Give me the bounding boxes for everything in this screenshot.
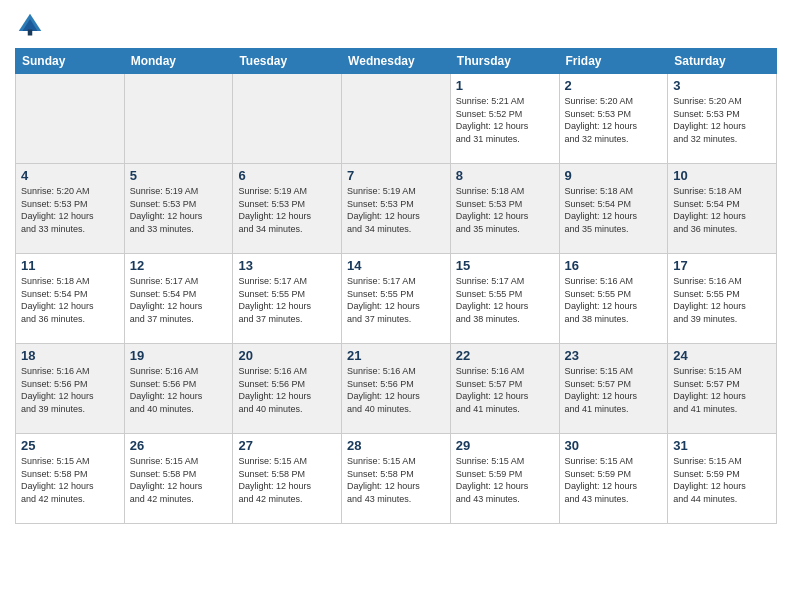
day-number: 8 [456,168,554,183]
day-info: Sunrise: 5:16 AMSunset: 5:56 PMDaylight:… [347,365,445,415]
day-cell: 10Sunrise: 5:18 AMSunset: 5:54 PMDayligh… [668,164,777,254]
day-header-thursday: Thursday [450,49,559,74]
day-number: 10 [673,168,771,183]
day-number: 31 [673,438,771,453]
day-number: 13 [238,258,336,273]
day-number: 3 [673,78,771,93]
day-cell: 17Sunrise: 5:16 AMSunset: 5:55 PMDayligh… [668,254,777,344]
week-row-1: 1Sunrise: 5:21 AMSunset: 5:52 PMDaylight… [16,74,777,164]
day-number: 2 [565,78,663,93]
day-cell: 16Sunrise: 5:16 AMSunset: 5:55 PMDayligh… [559,254,668,344]
day-cell: 25Sunrise: 5:15 AMSunset: 5:58 PMDayligh… [16,434,125,524]
day-cell: 4Sunrise: 5:20 AMSunset: 5:53 PMDaylight… [16,164,125,254]
day-cell: 2Sunrise: 5:20 AMSunset: 5:53 PMDaylight… [559,74,668,164]
day-info: Sunrise: 5:18 AMSunset: 5:54 PMDaylight:… [673,185,771,235]
day-cell [124,74,233,164]
day-number: 1 [456,78,554,93]
day-cell: 23Sunrise: 5:15 AMSunset: 5:57 PMDayligh… [559,344,668,434]
day-number: 19 [130,348,228,363]
day-info: Sunrise: 5:17 AMSunset: 5:54 PMDaylight:… [130,275,228,325]
day-cell: 22Sunrise: 5:16 AMSunset: 5:57 PMDayligh… [450,344,559,434]
day-cell: 31Sunrise: 5:15 AMSunset: 5:59 PMDayligh… [668,434,777,524]
day-info: Sunrise: 5:16 AMSunset: 5:56 PMDaylight:… [130,365,228,415]
day-info: Sunrise: 5:15 AMSunset: 5:58 PMDaylight:… [347,455,445,505]
day-info: Sunrise: 5:16 AMSunset: 5:55 PMDaylight:… [565,275,663,325]
day-info: Sunrise: 5:17 AMSunset: 5:55 PMDaylight:… [456,275,554,325]
day-info: Sunrise: 5:16 AMSunset: 5:56 PMDaylight:… [21,365,119,415]
day-info: Sunrise: 5:15 AMSunset: 5:57 PMDaylight:… [565,365,663,415]
day-number: 20 [238,348,336,363]
day-header-wednesday: Wednesday [342,49,451,74]
day-header-tuesday: Tuesday [233,49,342,74]
day-header-friday: Friday [559,49,668,74]
day-cell [16,74,125,164]
day-cell: 27Sunrise: 5:15 AMSunset: 5:58 PMDayligh… [233,434,342,524]
day-info: Sunrise: 5:20 AMSunset: 5:53 PMDaylight:… [673,95,771,145]
day-info: Sunrise: 5:18 AMSunset: 5:54 PMDaylight:… [21,275,119,325]
day-cell [233,74,342,164]
day-info: Sunrise: 5:15 AMSunset: 5:59 PMDaylight:… [565,455,663,505]
day-number: 6 [238,168,336,183]
day-cell: 19Sunrise: 5:16 AMSunset: 5:56 PMDayligh… [124,344,233,434]
day-number: 16 [565,258,663,273]
day-number: 4 [21,168,119,183]
day-number: 27 [238,438,336,453]
day-number: 9 [565,168,663,183]
day-info: Sunrise: 5:15 AMSunset: 5:59 PMDaylight:… [456,455,554,505]
day-info: Sunrise: 5:15 AMSunset: 5:58 PMDaylight:… [130,455,228,505]
day-number: 28 [347,438,445,453]
week-row-2: 4Sunrise: 5:20 AMSunset: 5:53 PMDaylight… [16,164,777,254]
day-number: 7 [347,168,445,183]
day-number: 23 [565,348,663,363]
day-info: Sunrise: 5:16 AMSunset: 5:55 PMDaylight:… [673,275,771,325]
day-cell: 15Sunrise: 5:17 AMSunset: 5:55 PMDayligh… [450,254,559,344]
day-info: Sunrise: 5:20 AMSunset: 5:53 PMDaylight:… [565,95,663,145]
day-cell: 12Sunrise: 5:17 AMSunset: 5:54 PMDayligh… [124,254,233,344]
day-info: Sunrise: 5:18 AMSunset: 5:54 PMDaylight:… [565,185,663,235]
day-cell [342,74,451,164]
day-header-sunday: Sunday [16,49,125,74]
day-number: 25 [21,438,119,453]
day-number: 12 [130,258,228,273]
day-info: Sunrise: 5:17 AMSunset: 5:55 PMDaylight:… [347,275,445,325]
day-info: Sunrise: 5:18 AMSunset: 5:53 PMDaylight:… [456,185,554,235]
day-info: Sunrise: 5:21 AMSunset: 5:52 PMDaylight:… [456,95,554,145]
day-cell: 21Sunrise: 5:16 AMSunset: 5:56 PMDayligh… [342,344,451,434]
day-cell: 7Sunrise: 5:19 AMSunset: 5:53 PMDaylight… [342,164,451,254]
week-row-5: 25Sunrise: 5:15 AMSunset: 5:58 PMDayligh… [16,434,777,524]
day-number: 11 [21,258,119,273]
day-cell: 18Sunrise: 5:16 AMSunset: 5:56 PMDayligh… [16,344,125,434]
day-number: 18 [21,348,119,363]
day-cell: 1Sunrise: 5:21 AMSunset: 5:52 PMDaylight… [450,74,559,164]
day-cell: 13Sunrise: 5:17 AMSunset: 5:55 PMDayligh… [233,254,342,344]
week-row-3: 11Sunrise: 5:18 AMSunset: 5:54 PMDayligh… [16,254,777,344]
day-number: 17 [673,258,771,273]
day-cell: 9Sunrise: 5:18 AMSunset: 5:54 PMDaylight… [559,164,668,254]
day-cell: 11Sunrise: 5:18 AMSunset: 5:54 PMDayligh… [16,254,125,344]
day-cell: 14Sunrise: 5:17 AMSunset: 5:55 PMDayligh… [342,254,451,344]
day-number: 24 [673,348,771,363]
page-container: SundayMondayTuesdayWednesdayThursdayFrid… [0,0,792,534]
day-cell: 8Sunrise: 5:18 AMSunset: 5:53 PMDaylight… [450,164,559,254]
header-row: SundayMondayTuesdayWednesdayThursdayFrid… [16,49,777,74]
day-number: 14 [347,258,445,273]
day-cell: 26Sunrise: 5:15 AMSunset: 5:58 PMDayligh… [124,434,233,524]
logo-icon [15,10,45,40]
day-number: 29 [456,438,554,453]
day-header-saturday: Saturday [668,49,777,74]
logo [15,10,49,40]
svg-rect-2 [28,30,33,36]
day-cell: 29Sunrise: 5:15 AMSunset: 5:59 PMDayligh… [450,434,559,524]
day-info: Sunrise: 5:15 AMSunset: 5:58 PMDaylight:… [238,455,336,505]
day-cell: 30Sunrise: 5:15 AMSunset: 5:59 PMDayligh… [559,434,668,524]
day-number: 15 [456,258,554,273]
day-info: Sunrise: 5:19 AMSunset: 5:53 PMDaylight:… [347,185,445,235]
day-info: Sunrise: 5:15 AMSunset: 5:59 PMDaylight:… [673,455,771,505]
day-cell: 20Sunrise: 5:16 AMSunset: 5:56 PMDayligh… [233,344,342,434]
day-cell: 5Sunrise: 5:19 AMSunset: 5:53 PMDaylight… [124,164,233,254]
day-info: Sunrise: 5:16 AMSunset: 5:57 PMDaylight:… [456,365,554,415]
day-info: Sunrise: 5:16 AMSunset: 5:56 PMDaylight:… [238,365,336,415]
page-header [15,10,777,40]
day-info: Sunrise: 5:15 AMSunset: 5:57 PMDaylight:… [673,365,771,415]
day-info: Sunrise: 5:20 AMSunset: 5:53 PMDaylight:… [21,185,119,235]
